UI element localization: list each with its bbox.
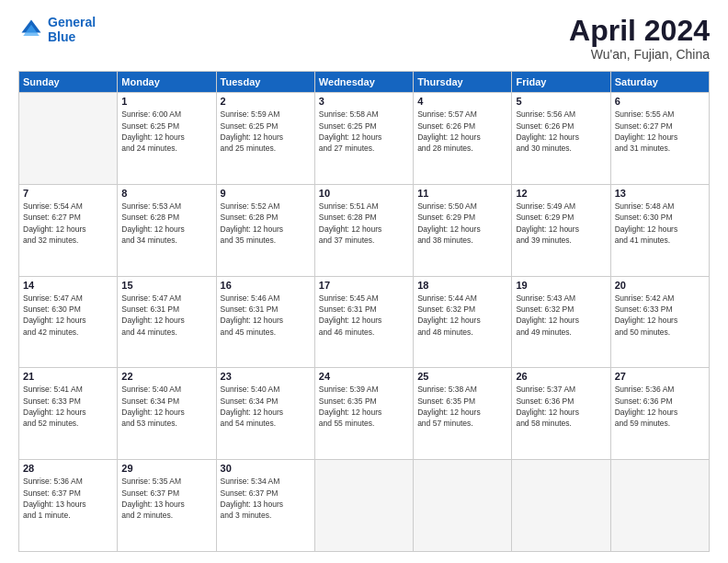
- calendar-cell: 9Sunrise: 5:52 AM Sunset: 6:28 PM Daylig…: [216, 184, 314, 276]
- day-number: 3: [319, 96, 409, 107]
- day-number: 27: [615, 371, 705, 382]
- calendar-cell: 21Sunrise: 5:41 AM Sunset: 6:33 PM Dayli…: [19, 368, 118, 460]
- day-info: Sunrise: 5:36 AM Sunset: 6:36 PM Dayligh…: [615, 384, 705, 429]
- calendar-cell: [610, 460, 709, 552]
- calendar-cell: 18Sunrise: 5:44 AM Sunset: 6:32 PM Dayli…: [414, 276, 512, 368]
- day-info: Sunrise: 5:59 AM Sunset: 6:25 PM Dayligh…: [221, 109, 311, 154]
- calendar-cell: 8Sunrise: 5:53 AM Sunset: 6:28 PM Daylig…: [118, 184, 216, 276]
- day-number: 16: [221, 280, 311, 291]
- week-row-3: 14Sunrise: 5:47 AM Sunset: 6:30 PM Dayli…: [19, 276, 710, 368]
- day-info: Sunrise: 5:37 AM Sunset: 6:36 PM Dayligh…: [516, 384, 606, 429]
- day-number: 11: [417, 188, 507, 199]
- calendar-cell: 3Sunrise: 5:58 AM Sunset: 6:25 PM Daylig…: [314, 93, 413, 185]
- day-info: Sunrise: 5:48 AM Sunset: 6:30 PM Dayligh…: [615, 201, 705, 246]
- title-block: April 2024 Wu'an, Fujian, China: [569, 15, 710, 62]
- calendar-cell: 5Sunrise: 5:56 AM Sunset: 6:26 PM Daylig…: [512, 93, 610, 185]
- calendar-cell: 7Sunrise: 5:54 AM Sunset: 6:27 PM Daylig…: [19, 184, 118, 276]
- calendar-cell: 15Sunrise: 5:47 AM Sunset: 6:31 PM Dayli…: [118, 276, 216, 368]
- day-info: Sunrise: 5:49 AM Sunset: 6:29 PM Dayligh…: [516, 201, 606, 246]
- day-info: Sunrise: 5:55 AM Sunset: 6:27 PM Dayligh…: [615, 109, 705, 154]
- day-info: Sunrise: 5:36 AM Sunset: 6:37 PM Dayligh…: [23, 476, 113, 521]
- day-number: 30: [221, 463, 311, 474]
- calendar-cell: 13Sunrise: 5:48 AM Sunset: 6:30 PM Dayli…: [610, 184, 709, 276]
- week-row-5: 28Sunrise: 5:36 AM Sunset: 6:37 PM Dayli…: [19, 460, 710, 552]
- day-number: 26: [516, 371, 606, 382]
- calendar-cell: 1Sunrise: 6:00 AM Sunset: 6:25 PM Daylig…: [118, 93, 216, 185]
- day-info: Sunrise: 5:45 AM Sunset: 6:31 PM Dayligh…: [319, 293, 409, 338]
- day-number: 24: [319, 371, 409, 382]
- calendar-cell: 25Sunrise: 5:38 AM Sunset: 6:35 PM Dayli…: [414, 368, 512, 460]
- day-info: Sunrise: 5:54 AM Sunset: 6:27 PM Dayligh…: [23, 201, 113, 246]
- day-number: 23: [221, 371, 311, 382]
- day-info: Sunrise: 5:40 AM Sunset: 6:34 PM Dayligh…: [121, 384, 211, 429]
- column-header-tuesday: Tuesday: [216, 72, 314, 93]
- day-number: 7: [23, 188, 113, 199]
- day-number: 18: [417, 280, 507, 291]
- day-number: 19: [516, 280, 606, 291]
- calendar-cell: 4Sunrise: 5:57 AM Sunset: 6:26 PM Daylig…: [414, 93, 512, 185]
- day-info: Sunrise: 5:52 AM Sunset: 6:28 PM Dayligh…: [221, 201, 311, 246]
- logo-general: General: [48, 15, 96, 29]
- day-number: 12: [516, 188, 606, 199]
- day-info: Sunrise: 5:47 AM Sunset: 6:30 PM Dayligh…: [23, 293, 113, 338]
- day-number: 21: [23, 371, 113, 382]
- logo-blue: Blue: [48, 29, 75, 44]
- day-info: Sunrise: 5:42 AM Sunset: 6:33 PM Dayligh…: [615, 293, 705, 338]
- logo-text: General Blue: [48, 15, 96, 44]
- week-row-4: 21Sunrise: 5:41 AM Sunset: 6:33 PM Dayli…: [19, 368, 710, 460]
- calendar-cell: 24Sunrise: 5:39 AM Sunset: 6:35 PM Dayli…: [314, 368, 413, 460]
- calendar-cell: 22Sunrise: 5:40 AM Sunset: 6:34 PM Dayli…: [118, 368, 216, 460]
- day-number: 4: [417, 96, 507, 107]
- day-info: Sunrise: 5:57 AM Sunset: 6:26 PM Dayligh…: [417, 109, 507, 154]
- calendar-cell: 19Sunrise: 5:43 AM Sunset: 6:32 PM Dayli…: [512, 276, 610, 368]
- calendar-cell: [314, 460, 413, 552]
- day-info: Sunrise: 5:56 AM Sunset: 6:26 PM Dayligh…: [516, 109, 606, 154]
- calendar-cell: [414, 460, 512, 552]
- page: General Blue April 2024 Wu'an, Fujian, C…: [0, 0, 728, 563]
- calendar-cell: 17Sunrise: 5:45 AM Sunset: 6:31 PM Dayli…: [314, 276, 413, 368]
- calendar-cell: 20Sunrise: 5:42 AM Sunset: 6:33 PM Dayli…: [610, 276, 709, 368]
- day-number: 28: [23, 463, 113, 474]
- column-header-thursday: Thursday: [414, 72, 512, 93]
- calendar-cell: 11Sunrise: 5:50 AM Sunset: 6:29 PM Dayli…: [414, 184, 512, 276]
- column-header-friday: Friday: [512, 72, 610, 93]
- week-row-1: 1Sunrise: 6:00 AM Sunset: 6:25 PM Daylig…: [19, 93, 710, 185]
- calendar-cell: [19, 93, 118, 185]
- calendar-cell: 29Sunrise: 5:35 AM Sunset: 6:37 PM Dayli…: [118, 460, 216, 552]
- calendar-cell: 23Sunrise: 5:40 AM Sunset: 6:34 PM Dayli…: [216, 368, 314, 460]
- day-info: Sunrise: 5:51 AM Sunset: 6:28 PM Dayligh…: [319, 201, 409, 246]
- day-number: 14: [23, 280, 113, 291]
- day-number: 6: [615, 96, 705, 107]
- day-info: Sunrise: 5:40 AM Sunset: 6:34 PM Dayligh…: [221, 384, 311, 429]
- logo: General Blue: [18, 15, 96, 44]
- day-info: Sunrise: 5:34 AM Sunset: 6:37 PM Dayligh…: [221, 476, 311, 521]
- calendar-cell: 16Sunrise: 5:46 AM Sunset: 6:31 PM Dayli…: [216, 276, 314, 368]
- calendar-cell: [512, 460, 610, 552]
- day-info: Sunrise: 5:38 AM Sunset: 6:35 PM Dayligh…: [417, 384, 507, 429]
- day-info: Sunrise: 5:46 AM Sunset: 6:31 PM Dayligh…: [221, 293, 311, 338]
- calendar-cell: 2Sunrise: 5:59 AM Sunset: 6:25 PM Daylig…: [216, 93, 314, 185]
- calendar-header-row: SundayMondayTuesdayWednesdayThursdayFrid…: [19, 72, 710, 93]
- calendar-cell: 27Sunrise: 5:36 AM Sunset: 6:36 PM Dayli…: [610, 368, 709, 460]
- day-number: 17: [319, 280, 409, 291]
- calendar-title: April 2024: [569, 15, 710, 47]
- calendar-cell: 12Sunrise: 5:49 AM Sunset: 6:29 PM Dayli…: [512, 184, 610, 276]
- day-info: Sunrise: 5:39 AM Sunset: 6:35 PM Dayligh…: [319, 384, 409, 429]
- column-header-monday: Monday: [118, 72, 216, 93]
- column-header-wednesday: Wednesday: [314, 72, 413, 93]
- day-info: Sunrise: 6:00 AM Sunset: 6:25 PM Dayligh…: [121, 109, 211, 154]
- day-number: 10: [319, 188, 409, 199]
- logo-icon: [18, 17, 44, 42]
- calendar-subtitle: Wu'an, Fujian, China: [569, 47, 710, 62]
- day-number: 15: [121, 280, 211, 291]
- calendar-cell: 14Sunrise: 5:47 AM Sunset: 6:30 PM Dayli…: [19, 276, 118, 368]
- day-number: 2: [221, 96, 311, 107]
- day-info: Sunrise: 5:53 AM Sunset: 6:28 PM Dayligh…: [121, 201, 211, 246]
- day-number: 20: [615, 280, 705, 291]
- day-info: Sunrise: 5:44 AM Sunset: 6:32 PM Dayligh…: [417, 293, 507, 338]
- calendar-cell: 30Sunrise: 5:34 AM Sunset: 6:37 PM Dayli…: [216, 460, 314, 552]
- day-number: 22: [121, 371, 211, 382]
- calendar-cell: 10Sunrise: 5:51 AM Sunset: 6:28 PM Dayli…: [314, 184, 413, 276]
- calendar-cell: 26Sunrise: 5:37 AM Sunset: 6:36 PM Dayli…: [512, 368, 610, 460]
- day-info: Sunrise: 5:41 AM Sunset: 6:33 PM Dayligh…: [23, 384, 113, 429]
